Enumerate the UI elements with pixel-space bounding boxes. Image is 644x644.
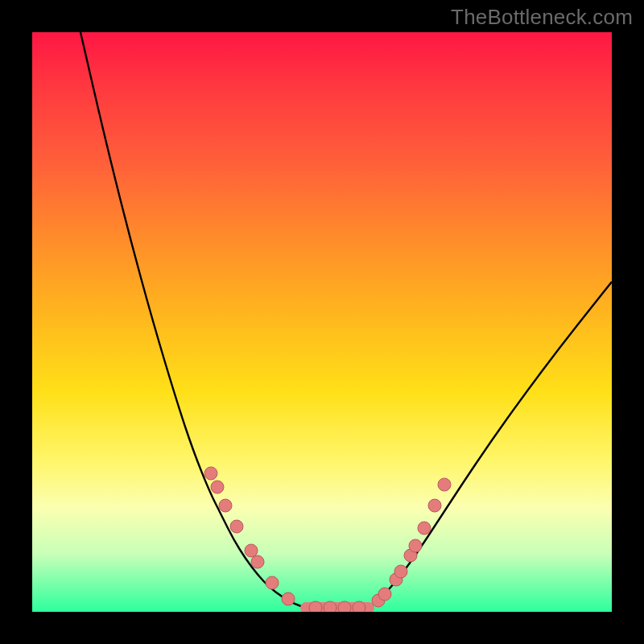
marker-left bbox=[266, 576, 279, 589]
plot-svg bbox=[32, 32, 612, 612]
marker-left bbox=[204, 467, 217, 480]
marker-left bbox=[245, 544, 258, 557]
attribution-text: TheBottleneck.com bbox=[451, 5, 633, 30]
marker-flat bbox=[338, 601, 351, 612]
marker-flat bbox=[309, 601, 322, 612]
marker-right bbox=[438, 478, 451, 491]
marker-left bbox=[211, 481, 224, 493]
marker-right bbox=[428, 499, 441, 512]
marker-left bbox=[282, 592, 295, 605]
marker-right bbox=[378, 588, 391, 601]
chart-frame: TheBottleneck.com bbox=[0, 0, 644, 644]
marker-left bbox=[230, 520, 243, 533]
marker-right bbox=[418, 522, 431, 535]
marker-left bbox=[219, 499, 232, 512]
left-curve bbox=[80, 32, 306, 608]
plot-area bbox=[32, 32, 612, 612]
marker-flat bbox=[353, 601, 365, 612]
marker-right bbox=[409, 539, 422, 552]
marker-right bbox=[394, 565, 407, 578]
marker-left bbox=[251, 555, 264, 568]
marker-flat bbox=[324, 601, 336, 612]
